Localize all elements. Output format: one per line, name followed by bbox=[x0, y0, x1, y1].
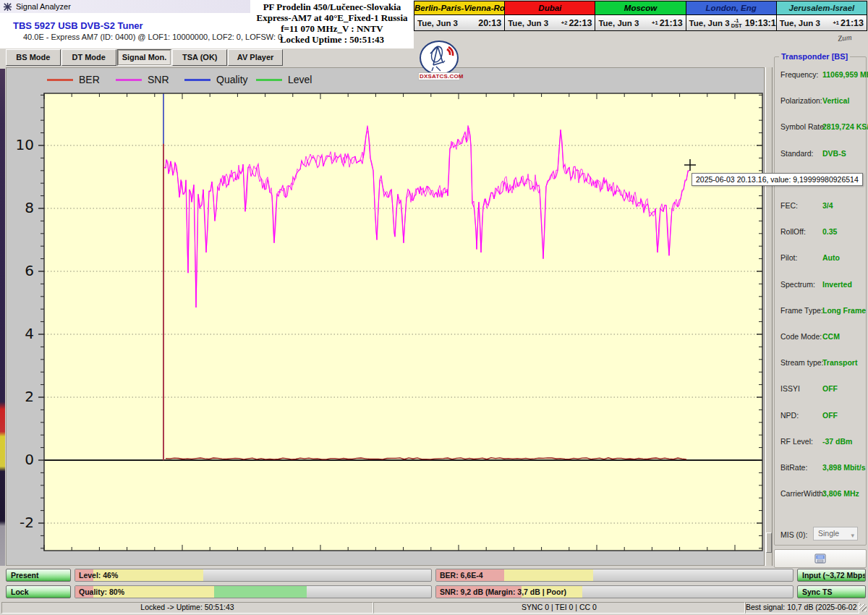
transponder-field-label: Frame Type: bbox=[780, 306, 823, 315]
clock-moscow: MoscowTue, Jun 3+121:13 bbox=[595, 1, 686, 30]
y-tick-label: 6 bbox=[8, 262, 34, 279]
y-tick-label: 8 bbox=[8, 199, 34, 216]
site-line-1: PF Prodelin 450/Lučenec-Slovakia bbox=[250, 1, 414, 12]
signal-analyzer-window: Signal Analyzer TBS 5927 USB DVB-S2 Tune… bbox=[0, 0, 868, 615]
transponder-field-label: Stream type: bbox=[780, 358, 824, 367]
transponder-field-value: OFF bbox=[822, 384, 838, 393]
offset-value: +2 bbox=[561, 20, 568, 25]
clock-dubai: DubaiTue, Jun 3+222:13 bbox=[505, 1, 595, 30]
bar-label: SNR: 9,2 dB (Margin: 3,7 dB | Poor) bbox=[440, 586, 566, 598]
transponder-field-label: Code Mode: bbox=[780, 332, 822, 341]
logo-text: DXSATCS.COM bbox=[418, 72, 460, 80]
mis-label: MIS (0): bbox=[780, 530, 807, 539]
indicator-sync: Sync TS bbox=[797, 585, 866, 598]
tab-dt-mode[interactable]: DT Mode bbox=[61, 49, 116, 66]
transponder-field-value: 3,898 Mbit/s bbox=[822, 463, 866, 472]
y-tick-label: 4 bbox=[8, 325, 34, 342]
clock-date: Tue, Jun 3 bbox=[417, 19, 458, 27]
clock-city-label: Moscow bbox=[595, 1, 685, 15]
site-header: PF Prodelin 450/Lučenec-Slovakia Express… bbox=[250, 1, 414, 45]
clock-utc-offset: +1 bbox=[650, 20, 660, 25]
panel-splitter[interactable] bbox=[765, 67, 773, 566]
clock-utc-offset: +1 bbox=[831, 20, 841, 25]
transponder-field-label: CarrierWidth: bbox=[780, 489, 825, 498]
clock-london-eng: London, EngTue, Jun 3-1DST19:13:16 bbox=[686, 1, 777, 30]
transponder-field-value: -37 dBm bbox=[822, 437, 852, 446]
mis-select[interactable]: Single ▾ bbox=[813, 527, 858, 540]
transponder-title: Transponder [BS] bbox=[779, 52, 850, 61]
clock-time-row: Tue, Jun 3+121:13 bbox=[777, 15, 867, 30]
chevron-down-icon: ▾ bbox=[851, 530, 854, 542]
offset-note: DST bbox=[731, 23, 742, 28]
site-line-2: Express-AM7 at 40°E_Fixed-1 Russia bbox=[250, 12, 414, 23]
splitter-handle[interactable] bbox=[766, 533, 772, 553]
indicator-lock: Lock bbox=[6, 585, 71, 598]
clock-city-label: Dubai bbox=[505, 1, 595, 15]
clock-time: 21:13 bbox=[660, 18, 683, 28]
save-button[interactable] bbox=[774, 549, 867, 568]
legend-label: BER bbox=[79, 74, 100, 85]
legend-item-ber: BER bbox=[47, 74, 100, 85]
bar-label: Level: 46% bbox=[79, 569, 118, 582]
clock-time: 22:13 bbox=[569, 18, 592, 28]
tuner-subtitle: 40.0E - Express AM7 (ID: 0400) @ LOF1: 1… bbox=[23, 33, 282, 41]
y-tick-label: -2 bbox=[8, 514, 34, 531]
clock-time-row: Tue, Jun 3+121:13 bbox=[595, 15, 685, 30]
disk-icon bbox=[814, 554, 826, 564]
legend-label: Quality bbox=[216, 74, 248, 85]
clock-date: Tue, Jun 3 bbox=[689, 19, 730, 27]
mis-value: Single bbox=[818, 529, 839, 538]
clock-jerusalem-israel: Jerusalem-IsraelTue, Jun 3+121:13 bbox=[777, 1, 867, 30]
progress-bar-quality: Quality: 80% bbox=[75, 585, 432, 598]
transponder-field-label: RF Level: bbox=[780, 437, 813, 446]
tab-signal-mon-[interactable]: Signal Mon. bbox=[117, 49, 172, 66]
transponder-field-value: Long Frame bbox=[822, 306, 866, 315]
clock-time: 21:13 bbox=[841, 18, 864, 28]
transponder-field-value: CCM bbox=[822, 332, 840, 341]
transponder-field-value: Inverted bbox=[822, 280, 852, 289]
legend-line-swatch bbox=[184, 79, 210, 81]
clock-city-label: London, Eng bbox=[686, 1, 776, 15]
clock-time-row: Tue, Jun 320:13 bbox=[414, 15, 504, 30]
transponder-field-value: DVB-S bbox=[822, 149, 846, 158]
clock-time-row: Tue, Jun 3-1DST19:13:16 bbox=[686, 15, 776, 30]
clock-utc-offset: +2 bbox=[560, 20, 569, 25]
legend-line-swatch bbox=[47, 79, 73, 81]
clock-time-row: Tue, Jun 3+222:13 bbox=[505, 15, 595, 30]
title-bar: Signal Analyzer bbox=[0, 0, 253, 14]
progress-bar-level: Level: 46% bbox=[75, 569, 432, 582]
transponder-field-label: ISSYI bbox=[780, 384, 800, 393]
clock-date: Tue, Jun 3 bbox=[598, 19, 639, 27]
transponder-field-label: FEC: bbox=[780, 201, 798, 210]
transponder-field-label: Pilot: bbox=[780, 253, 797, 262]
transponder-field-label: RollOff: bbox=[780, 227, 806, 236]
transponder-field-value: Transport bbox=[822, 358, 857, 367]
transponder-field-label: Standard: bbox=[780, 149, 814, 158]
transponder-field-value: 2819,724 KS/s bbox=[822, 122, 868, 131]
status-bar: Locked -> Uptime: 50:51:43SYNC 0 | TEI 0… bbox=[0, 602, 868, 614]
legend-item-level: Level bbox=[256, 74, 312, 85]
clock-city-label: Jerusalem-Israel bbox=[777, 1, 867, 15]
offset-value: +1 bbox=[833, 20, 839, 25]
transponder-field-value: Auto bbox=[822, 253, 840, 262]
tab-av-player[interactable]: AV Player bbox=[228, 49, 283, 66]
clock-utc-offset: -1DST bbox=[730, 18, 744, 28]
legend-line-swatch bbox=[256, 79, 282, 81]
transponder-field-value: Vertical bbox=[822, 96, 849, 105]
legend-line-swatch bbox=[116, 79, 142, 81]
clock-city-label: Berlin-Paris-Vienna-Roma bbox=[414, 1, 504, 15]
clock-time: 19:13:16 bbox=[745, 18, 781, 28]
y-tick-label: 0 bbox=[8, 451, 34, 468]
tab-tsa-ok-[interactable]: TSA (OK) bbox=[172, 49, 227, 66]
chart-tooltip: 2025-06-03 20.13.16, value: 9,1999998092… bbox=[692, 173, 863, 186]
clock-time: 20:13 bbox=[478, 18, 501, 28]
statusbar-uptime: Locked -> Uptime: 50:51:43 bbox=[1, 602, 373, 614]
tab-bs-mode[interactable]: BS Mode bbox=[6, 49, 61, 66]
signal-plot bbox=[37, 86, 770, 558]
y-tick-label: 2 bbox=[8, 388, 34, 405]
transponder-field-label: NPD: bbox=[780, 411, 799, 420]
indicator-input: Input (~3,72 Mbps) bbox=[797, 569, 866, 582]
indicator-present: Present bbox=[6, 569, 71, 582]
corner-signature: Zum bbox=[837, 33, 852, 43]
transponder-field-label: Polarization: bbox=[780, 96, 822, 105]
